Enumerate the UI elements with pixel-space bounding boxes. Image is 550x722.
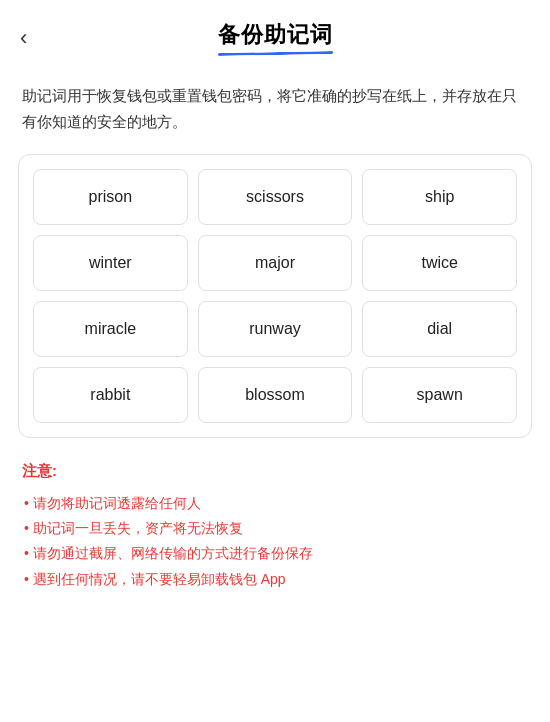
description: 助记词用于恢复钱包或重置钱包密码，将它准确的抄写在纸上，并存放在只有你知道的安全… (0, 65, 550, 154)
notice-item: • 请勿通过截屏、网络传输的方式进行备份保存 (22, 541, 528, 566)
notice-section: 注意: • 请勿将助记词透露给任何人• 助记词一旦丢失，资产将无法恢复• 请勿通… (0, 438, 550, 612)
notice-item: • 助记词一旦丢失，资产将无法恢复 (22, 516, 528, 541)
mnemonic-cell: spawn (362, 367, 517, 423)
mnemonic-cell: runway (198, 301, 353, 357)
mnemonic-cell: rabbit (33, 367, 188, 423)
page-title: 备份助记词 (218, 20, 333, 50)
header: ‹ 备份助记词 (0, 0, 550, 65)
back-button[interactable]: ‹ (20, 27, 27, 49)
notice-title: 注意: (22, 462, 528, 481)
mnemonic-cell: miracle (33, 301, 188, 357)
mnemonic-cell: twice (362, 235, 517, 291)
notice-items: • 请勿将助记词透露给任何人• 助记词一旦丢失，资产将无法恢复• 请勿通过截屏、… (22, 491, 528, 592)
title-wrapper: 备份助记词 (218, 20, 333, 55)
mnemonic-cell: prison (33, 169, 188, 225)
mnemonic-cell: dial (362, 301, 517, 357)
mnemonic-grid-wrapper: prisonscissorsshipwintermajortwicemiracl… (18, 154, 532, 438)
mnemonic-cell: ship (362, 169, 517, 225)
mnemonic-grid: prisonscissorsshipwintermajortwicemiracl… (33, 169, 517, 423)
notice-item: • 遇到任何情况，请不要轻易卸载钱包 App (22, 567, 528, 592)
mnemonic-cell: winter (33, 235, 188, 291)
mnemonic-cell: scissors (198, 169, 353, 225)
mnemonic-cell: major (198, 235, 353, 291)
mnemonic-cell: blossom (198, 367, 353, 423)
title-underline (217, 51, 332, 56)
notice-item: • 请勿将助记词透露给任何人 (22, 491, 528, 516)
